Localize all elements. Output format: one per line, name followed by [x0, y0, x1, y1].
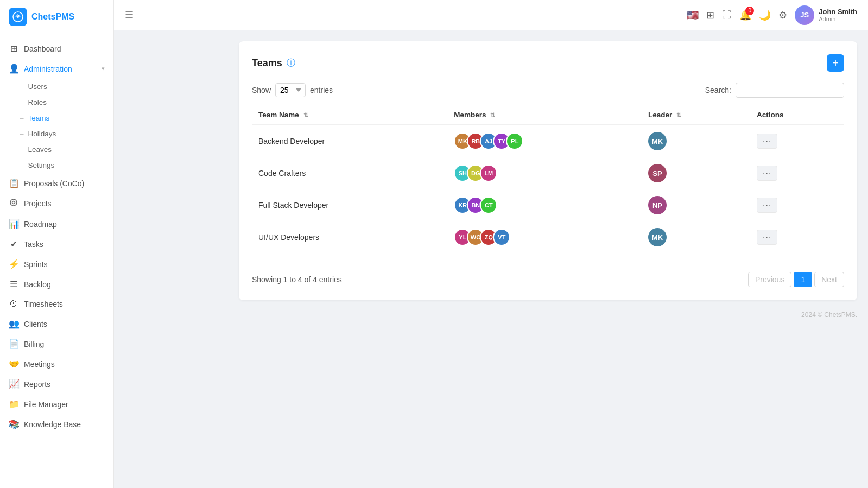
- entries-select[interactable]: 10 25 50 100: [275, 83, 306, 97]
- page-1-button[interactable]: 1: [794, 272, 812, 287]
- topbar-left: ☰: [125, 9, 134, 21]
- reports-icon: 📈: [9, 379, 18, 389]
- administration-icon: 👤: [9, 64, 18, 74]
- sidebar-item-billing[interactable]: 📄 Billing: [0, 334, 113, 354]
- users-label: Users: [28, 83, 47, 91]
- show-label: Show: [252, 86, 271, 94]
- row-action-button[interactable]: ···: [757, 166, 777, 181]
- sidebar-item-tasks[interactable]: ✔ Tasks: [0, 234, 113, 254]
- sidebar-item-roadmap[interactable]: 📊 Roadmap: [0, 214, 113, 234]
- sidebar-item-projects[interactable]: Projects: [0, 193, 113, 214]
- sidebar-item-administration[interactable]: 👤 Administration ▾: [0, 59, 113, 79]
- row-action-button[interactable]: ···: [757, 230, 777, 245]
- add-team-button[interactable]: +: [827, 54, 844, 72]
- knowledge-base-icon: 📚: [9, 419, 18, 429]
- member-avatar: VT: [493, 229, 510, 246]
- previous-button[interactable]: Previous: [748, 272, 791, 287]
- sidebar-item-clients[interactable]: 👥 Clients: [0, 314, 113, 334]
- sidebar-item-backlog[interactable]: ☰ Backlog: [0, 274, 113, 294]
- sidebar-item-dashboard[interactable]: ⊞ Dashboard: [0, 39, 113, 59]
- sidebar-label-knowledge-base: Knowledge Base: [24, 420, 81, 429]
- sidebar-label-timesheets: Timesheets: [24, 300, 63, 308]
- roles-label: Roles: [28, 98, 47, 106]
- next-button[interactable]: Next: [814, 272, 844, 287]
- sidebar-label-tasks: Tasks: [24, 240, 43, 249]
- sidebar-label-administration: Administration: [24, 65, 72, 73]
- leader-avatar: SP: [648, 164, 667, 182]
- sidebar-item-settings[interactable]: Settings: [0, 157, 113, 173]
- sidebar-item-proposals[interactable]: 📋 Proposals (CoCo): [0, 173, 113, 193]
- avatar: JS: [795, 5, 814, 25]
- leader-cell: MK: [642, 125, 750, 157]
- flag-icon[interactable]: 🇺🇸: [687, 9, 699, 21]
- teams-table: Team Name ⇅ Members ⇅ Leader ⇅ Actions: [252, 105, 844, 253]
- sidebar-label-reports: Reports: [24, 380, 50, 389]
- show-entries: Show 10 25 50 100 entries: [252, 83, 333, 97]
- sort-members-icon[interactable]: ⇅: [490, 112, 495, 118]
- col-leader-label: Leader: [648, 111, 672, 119]
- sidebar-item-users[interactable]: Users: [0, 79, 113, 94]
- team-name-value: UI/UX Developers: [258, 233, 319, 242]
- user-profile[interactable]: JS John Smith Admin: [795, 5, 857, 25]
- leader-cell: MK: [642, 221, 750, 253]
- table-header-row: Team Name ⇅ Members ⇅ Leader ⇅ Actions: [252, 105, 844, 125]
- sidebar-item-file-manager[interactable]: 📁 File Manager: [0, 394, 113, 414]
- col-team-name: Team Name ⇅: [252, 105, 447, 125]
- leader-cell: NP: [642, 189, 750, 221]
- leaves-label: Leaves: [28, 145, 52, 154]
- row-action-button[interactable]: ···: [757, 198, 777, 213]
- sidebar-item-knowledge-base[interactable]: 📚 Knowledge Base: [0, 414, 113, 434]
- holidays-label: Holidays: [28, 130, 56, 138]
- row-action-button[interactable]: ···: [757, 134, 777, 149]
- info-icon[interactable]: ⓘ: [287, 58, 295, 69]
- topbar: ☰ 🇺🇸 ⊞ ⛶ 🔔 0 🌙 ⚙ JS John Smith Admin: [114, 0, 868, 30]
- col-team-name-label: Team Name: [258, 111, 299, 119]
- sidebar-item-leaves[interactable]: Leaves: [0, 142, 113, 157]
- sort-team-name-icon[interactable]: ⇅: [303, 112, 308, 118]
- grid-icon[interactable]: ⊞: [706, 9, 714, 21]
- sidebar-label-clients: Clients: [24, 320, 47, 328]
- pagination: Showing 1 to 4 of 4 entries Previous 1 N…: [252, 264, 844, 287]
- user-role: Admin: [819, 16, 857, 22]
- sprints-icon: ⚡: [9, 259, 18, 269]
- svg-point-2: [10, 199, 17, 206]
- expand-icon[interactable]: ⛶: [722, 9, 732, 21]
- member-avatar: LM: [480, 164, 497, 182]
- topbar-right: 🇺🇸 ⊞ ⛶ 🔔 0 🌙 ⚙ JS John Smith Admin: [687, 5, 857, 25]
- leader-avatar: MK: [648, 228, 667, 246]
- team-name-value: Code Crafters: [258, 169, 306, 178]
- teams-tbody: Backend DeveloperMKRBAJTYPLMK···Code Cra…: [252, 125, 844, 253]
- settings-label: Settings: [28, 161, 55, 169]
- actions-cell: ···: [750, 221, 844, 253]
- team-name-cell: Backend Developer: [252, 125, 447, 157]
- sidebar-item-timesheets[interactable]: ⏱ Timesheets: [0, 294, 113, 314]
- members-avatars: SHDGLM: [454, 164, 635, 182]
- dashboard-icon: ⊞: [9, 43, 18, 54]
- col-actions-label: Actions: [757, 111, 784, 119]
- svg-point-3: [12, 201, 15, 204]
- sidebar-label-sprints: Sprints: [24, 260, 48, 269]
- sidebar-item-teams[interactable]: Teams: [0, 110, 113, 126]
- dark-mode-icon[interactable]: 🌙: [759, 9, 771, 21]
- table-row: UI/UX DevelopersYLWOZQVTMK···: [252, 221, 844, 253]
- actions-cell: ···: [750, 125, 844, 157]
- sidebar-label-meetings: Meetings: [24, 360, 55, 369]
- members-cell: MKRBAJTYPL: [447, 125, 642, 157]
- sidebar-item-meetings[interactable]: 🤝 Meetings: [0, 354, 113, 374]
- pagination-buttons: Previous 1 Next: [748, 272, 844, 287]
- sort-leader-icon[interactable]: ⇅: [676, 112, 681, 118]
- sidebar-item-reports[interactable]: 📈 Reports: [0, 374, 113, 394]
- footer: 2024 © ChetsPMS.: [239, 311, 857, 319]
- settings-icon[interactable]: ⚙: [778, 9, 787, 21]
- notification-wrap[interactable]: 🔔 0: [739, 9, 751, 21]
- sidebar-item-holidays[interactable]: Holidays: [0, 126, 113, 142]
- sidebar-item-sprints[interactable]: ⚡ Sprints: [0, 254, 113, 274]
- sidebar-item-roles[interactable]: Roles: [0, 94, 113, 110]
- sidebar-label-billing: Billing: [24, 340, 44, 348]
- search-input[interactable]: [736, 83, 844, 98]
- backlog-icon: ☰: [9, 279, 18, 289]
- teams-card: Teams ⓘ + Show 10 25 50 100 entries Sear…: [239, 41, 857, 300]
- menu-toggle-icon[interactable]: ☰: [125, 9, 134, 21]
- logo[interactable]: ChetsPMS: [0, 0, 113, 34]
- billing-icon: 📄: [9, 339, 18, 349]
